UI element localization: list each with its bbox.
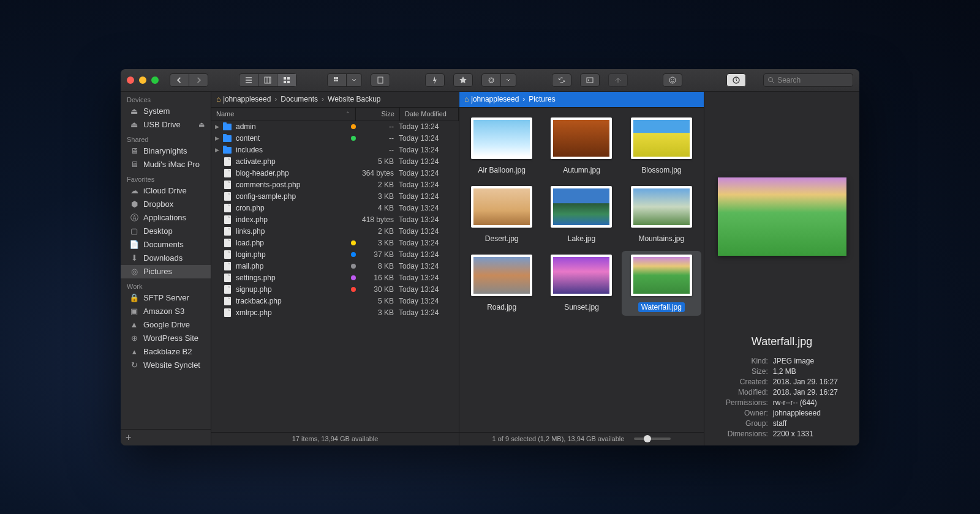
file-row[interactable]: trackback.php5 KBToday 13:24 — [211, 296, 459, 307]
path-segment[interactable]: johnappleseed — [471, 95, 519, 103]
file-row[interactable]: links.php2 KBToday 13:24 — [211, 226, 459, 237]
arrange-button[interactable] — [328, 74, 347, 86]
view-columns-button[interactable] — [258, 74, 277, 86]
preview-image — [718, 177, 846, 256]
file-size: -- — [360, 134, 399, 143]
file-name: config-sample.php — [236, 192, 347, 201]
thumbnail[interactable]: Lake.jpg — [541, 182, 621, 247]
sidebar-item[interactable]: 🔒SFTP Server — [121, 291, 211, 305]
sidebar-item[interactable]: 🖥Mudi's iMac Pro — [121, 158, 211, 171]
sidebar-item[interactable]: ☁iCloud Drive — [121, 184, 211, 198]
quick-open-button[interactable] — [425, 73, 445, 87]
sidebar-item[interactable]: ▴Backblaze B2 — [121, 345, 211, 359]
thumbnail[interactable]: Waterfall.jpg — [622, 251, 701, 316]
path-segment[interactable]: Documents — [281, 95, 318, 103]
sidebar-item[interactable]: ⏏USB Drive⏏ — [121, 118, 211, 132]
column-headers[interactable]: Name⌃ Size Date Modified — [211, 108, 459, 121]
arrange-menu[interactable] — [347, 74, 361, 86]
sidebar-item[interactable]: 🖥Binarynights — [121, 144, 211, 158]
sidebar-item-label: USB Drive — [143, 120, 181, 129]
sidebar-section-header: Work — [121, 278, 211, 291]
thumbnail[interactable]: Sunset.jpg — [541, 251, 621, 316]
file-row[interactable]: settings.php16 KBToday 13:24 — [211, 272, 459, 284]
view-icons-button[interactable] — [277, 74, 296, 86]
window: Search Devices⏏System⏏USB Drive⏏Shared🖥B… — [121, 69, 859, 445]
back-button[interactable] — [170, 74, 189, 86]
file-row[interactable]: load.php3 KBToday 13:24 — [211, 237, 459, 249]
file-row[interactable]: config-sample.php3 KBToday 13:24 — [211, 191, 459, 203]
minimize-window[interactable] — [139, 76, 146, 84]
col-size[interactable]: Size — [356, 108, 400, 121]
sync-button[interactable] — [552, 73, 571, 87]
thumbnail[interactable]: Road.jpg — [462, 251, 541, 316]
thumbnail[interactable]: Autumn.jpg — [541, 114, 621, 179]
color-tag — [351, 136, 356, 141]
sidebar-item[interactable]: ▣Amazon S3 — [121, 305, 211, 318]
add-location-button[interactable]: + — [121, 429, 211, 445]
sidebar-item[interactable]: ⏏System — [121, 105, 211, 118]
dropbox-icon: ⬢ — [129, 199, 139, 209]
path-segment[interactable]: johnappleseed — [223, 95, 271, 103]
file-row[interactable]: ▶admin--Today 13:24 — [211, 121, 459, 133]
file-row[interactable]: mail.php8 KBToday 13:24 — [211, 261, 459, 272]
emoji-button[interactable] — [663, 73, 682, 87]
new-file-button[interactable] — [371, 73, 390, 87]
file-row[interactable]: cron.php4 KBToday 13:24 — [211, 203, 459, 214]
file-row[interactable]: xmlrpc.php3 KBToday 13:24 — [211, 307, 459, 319]
cloud-icon: ☁ — [129, 186, 139, 196]
file-name: content — [236, 134, 347, 143]
view-list-button[interactable] — [239, 74, 258, 86]
file-row[interactable]: signup.php30 KBToday 13:24 — [211, 284, 459, 296]
thumbnail-image — [471, 255, 532, 296]
sidebar-item[interactable]: ◎Pictures — [121, 265, 211, 278]
thumbnail[interactable]: Mountains.jpg — [622, 182, 701, 247]
preview-pane: Waterfall.jpg Kind:JPEG imageSize:1,2 MB… — [704, 92, 859, 445]
file-row[interactable]: comments-post.php2 KBToday 13:24 — [211, 179, 459, 191]
sidebar-item[interactable]: 📄Documents — [121, 238, 211, 251]
file-row[interactable]: login.php37 KBToday 13:24 — [211, 249, 459, 261]
thumbnail[interactable]: Air Balloon.jpg — [462, 114, 541, 179]
drive-icon: ⏏ — [129, 120, 139, 130]
sidebar-item[interactable]: ⒶApplications — [121, 211, 211, 225]
path-segment[interactable]: Website Backup — [328, 95, 381, 103]
file-row[interactable]: index.php418 bytesToday 13:24 — [211, 214, 459, 226]
sidebar-item[interactable]: ⬇Downloads — [121, 251, 211, 265]
eject-icon[interactable]: ⏏ — [198, 121, 205, 128]
file-row[interactable]: blog-header.php364 bytesToday 13:24 — [211, 168, 459, 179]
thumbnail[interactable]: Blossom.jpg — [622, 114, 701, 179]
sidebar-item[interactable]: ⊕WordPress Site — [121, 332, 211, 345]
meta-value: rw-r--r-- (644) — [773, 398, 838, 407]
zoom-window[interactable] — [151, 76, 159, 84]
file-size: -- — [360, 122, 399, 131]
sidebar-item[interactable]: ⬢Dropbox — [121, 198, 211, 211]
meta-value: 2200 x 1331 — [773, 430, 838, 438]
forward-button[interactable] — [189, 74, 208, 86]
middle-pathbar[interactable]: ⌂johnappleseed›Pictures — [459, 92, 704, 108]
disclosure-triangle[interactable]: ▶ — [215, 124, 222, 130]
terminal-button[interactable] — [580, 73, 600, 87]
file-icon — [222, 285, 232, 294]
file-row[interactable]: ▶includes--Today 13:24 — [211, 144, 459, 156]
sidebar-item[interactable]: ↻Website Synclet — [121, 359, 211, 372]
sidebar-item[interactable]: ▲Google Drive — [121, 318, 211, 332]
sidebar-item[interactable]: ▢Desktop — [121, 225, 211, 238]
thumbnail-size-slider[interactable] — [634, 438, 671, 440]
thumbnail[interactable]: Desert.jpg — [462, 182, 541, 247]
path-segment[interactable]: Pictures — [529, 95, 555, 103]
disclosure-triangle[interactable]: ▶ — [215, 135, 222, 141]
search-field[interactable]: Search — [763, 73, 853, 87]
left-pathbar[interactable]: ⌂johnappleseed›Documents›Website Backup — [211, 92, 459, 108]
thumbnail-image — [551, 117, 612, 159]
file-date: Today 13:24 — [399, 227, 455, 236]
meta-key: Dimensions: — [726, 430, 768, 438]
file-row[interactable]: activate.php5 KBToday 13:24 — [211, 156, 459, 168]
activity-button[interactable] — [726, 73, 746, 87]
action-menu[interactable] — [481, 73, 516, 87]
col-date[interactable]: Date Modified — [400, 108, 459, 121]
meta-key: Permissions: — [726, 398, 768, 407]
file-row[interactable]: ▶content--Today 13:24 — [211, 133, 459, 144]
favorite-button[interactable] — [453, 73, 473, 87]
share-button[interactable] — [608, 73, 628, 87]
close-window[interactable] — [127, 76, 134, 84]
disclosure-triangle[interactable]: ▶ — [215, 147, 222, 153]
